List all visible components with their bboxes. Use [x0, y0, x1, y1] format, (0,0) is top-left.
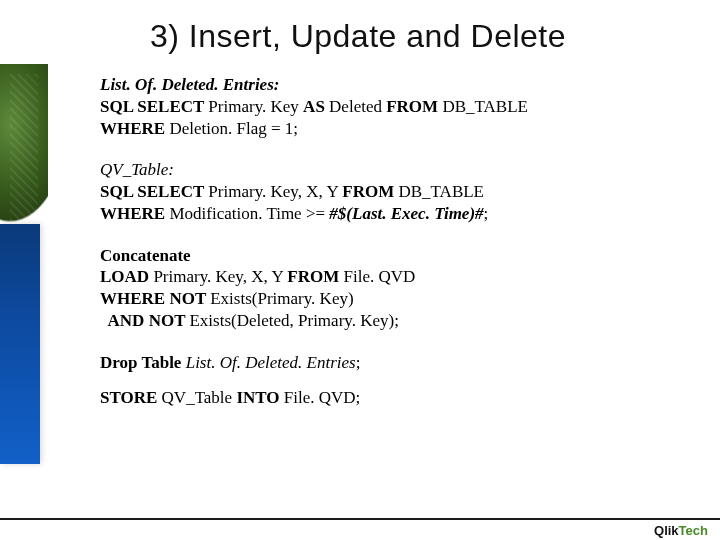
- txt: Primary. Key, X, Y: [153, 267, 287, 286]
- kw: Drop Table: [100, 353, 186, 372]
- param: #$(Last. Exec. Time)#: [329, 204, 483, 223]
- kw: SQL SELECT: [100, 97, 208, 116]
- code-line: WHERE NOT Exists(Primary. Key): [100, 288, 660, 310]
- slide-title: 3) Insert, Update and Delete: [150, 18, 566, 55]
- txt: Modification. Time >=: [169, 204, 329, 223]
- txt: DB_TABLE: [442, 97, 528, 116]
- kw: INTO: [236, 388, 283, 407]
- code-line: AND NOT Exists(Deleted, Primary. Key);: [100, 310, 660, 332]
- txt: ;: [484, 204, 489, 223]
- side-art: [0, 64, 48, 464]
- code-line: SQL SELECT Primary. Key, X, Y FROM DB_TA…: [100, 181, 660, 203]
- code-block-3: Concatenate LOAD Primary. Key, X, Y FROM…: [100, 245, 660, 332]
- blue-panel: [0, 224, 40, 464]
- footer-bar: QlikTech: [0, 518, 720, 540]
- kw: Concatenate: [100, 246, 191, 265]
- code-line: Concatenate: [100, 245, 660, 267]
- kw: FROM: [386, 97, 442, 116]
- txt: ;: [356, 353, 361, 372]
- code-line: LOAD Primary. Key, X, Y FROM File. QVD: [100, 266, 660, 288]
- kw: SQL SELECT: [100, 182, 208, 201]
- table-label: List. Of. Deleted. Entries:: [100, 74, 660, 96]
- kw: WHERE NOT: [100, 289, 210, 308]
- table-label: QV_Table:: [100, 159, 660, 181]
- txt: Exists(Primary. Key): [210, 289, 353, 308]
- txt: Deleted: [329, 97, 386, 116]
- txt: Exists(Deleted, Primary. Key);: [189, 311, 398, 330]
- ident: List. Of. Deleted. Entries: [186, 353, 356, 372]
- logo-tech: Tech: [679, 523, 708, 538]
- kw: AND NOT: [100, 311, 189, 330]
- txt: Primary. Key: [208, 97, 303, 116]
- txt: File. QVD;: [284, 388, 361, 407]
- qliktech-logo: QlikTech: [654, 523, 708, 538]
- kw: AS: [303, 97, 329, 116]
- code-block-2: QV_Table: SQL SELECT Primary. Key, X, Y …: [100, 159, 660, 224]
- kw: LOAD: [100, 267, 153, 286]
- logo-qlik: Qlik: [654, 523, 679, 538]
- slide-body: List. Of. Deleted. Entries: SQL SELECT P…: [100, 74, 660, 423]
- txt: QV_Table: [162, 388, 237, 407]
- code-line: SQL SELECT Primary. Key AS Deleted FROM …: [100, 96, 660, 118]
- code-line: WHERE Modification. Time >= #$(Last. Exe…: [100, 203, 660, 225]
- code-block-5: STORE QV_Table INTO File. QVD;: [100, 387, 660, 409]
- kw: WHERE: [100, 204, 169, 223]
- txt: Primary. Key, X, Y: [208, 182, 342, 201]
- code-line: WHERE Deletion. Flag = 1;: [100, 118, 660, 140]
- code-block-1: List. Of. Deleted. Entries: SQL SELECT P…: [100, 74, 660, 139]
- txt: DB_TABLE: [398, 182, 484, 201]
- kw: FROM: [287, 267, 343, 286]
- kw: FROM: [342, 182, 398, 201]
- label-text: List. Of. Deleted. Entries:: [100, 75, 279, 94]
- txt: Deletion. Flag = 1;: [169, 119, 298, 138]
- label-text: QV_Table:: [100, 160, 174, 179]
- slide: 3) Insert, Update and Delete List. Of. D…: [0, 0, 720, 540]
- txt: File. QVD: [344, 267, 416, 286]
- code-block-4: Drop Table List. Of. Deleted. Entries;: [100, 352, 660, 374]
- kw: WHERE: [100, 119, 169, 138]
- kw: STORE: [100, 388, 162, 407]
